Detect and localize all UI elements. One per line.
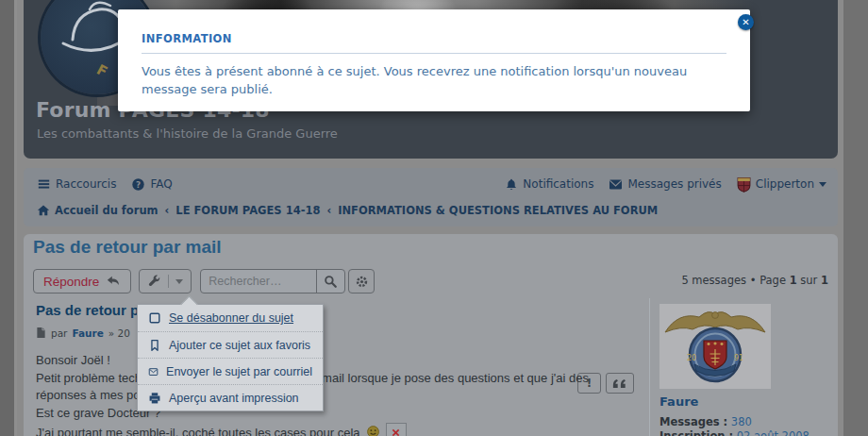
breadcrumb-separator: ‹: [165, 204, 170, 217]
menu-item-label: Aperçu avant impression: [169, 392, 299, 405]
post-author-profile: 20 91 Faure Messages : 380 Inscription :: [649, 298, 838, 436]
menu-item-email[interactable]: Envoyer le sujet par courriel: [138, 358, 323, 384]
breadcrumb-subforum[interactable]: INFORMATIONS & QUESTIONS RELATIVES AU FO…: [338, 204, 658, 217]
home-icon: [37, 204, 50, 217]
nav-row: Raccourcis ? FAQ Notifications: [37, 175, 826, 193]
topic-toolbar: Répondre: [33, 269, 375, 293]
menu-item-label: Se désabonner du sujet: [169, 311, 293, 325]
user-menu[interactable]: Clipperton: [737, 176, 826, 193]
nav-private-messages[interactable]: Messages privés: [609, 177, 721, 191]
author-avatar[interactable]: 20 91: [659, 304, 771, 389]
wrench-icon: [147, 275, 161, 289]
envelope-outline-icon: [148, 365, 159, 378]
menu-item-print-preview[interactable]: Aperçu avant impression: [138, 384, 323, 411]
page-word: Page: [760, 274, 786, 287]
joined-label: Inscription :: [659, 429, 733, 436]
joined-stat: Inscription : 02 août 2008: [659, 429, 810, 436]
breadcrumb-home-label: Accueil du forum: [55, 204, 159, 217]
user-menu-label: Clipperton: [756, 177, 814, 191]
hamburger-icon: [37, 177, 51, 191]
search-icon: [324, 275, 338, 289]
svg-text:20: 20: [687, 354, 696, 362]
nav-faq-label: FAQ: [150, 177, 172, 191]
dialog-divider: [142, 53, 726, 54]
post-body-line: Est ce grave Docteur ?: [36, 405, 640, 423]
dialog-message: Vous êtes à présent abonné à ce sujet. V…: [142, 62, 731, 98]
close-icon[interactable]: ✕: [738, 14, 754, 30]
bell-icon: [505, 177, 518, 192]
svg-text:91: 91: [734, 354, 743, 362]
page-current: 1: [790, 274, 797, 287]
joined-value: 02 août 2008: [737, 429, 810, 436]
smiley-icon: [366, 425, 380, 436]
nav-private-messages-label: Messages privés: [627, 177, 721, 191]
breadcrumb: Accueil du forum ‹ LE FORUM PAGES 14-18 …: [37, 202, 658, 219]
nav-shortcuts-label: Raccourcis: [56, 177, 116, 191]
post-author-line: par Faure » 20: [36, 327, 130, 339]
gear-icon: [355, 275, 369, 289]
envelope-icon: [609, 178, 623, 191]
information-dialog: ✕ INFORMATION Vous êtes à présent abonné…: [118, 9, 750, 111]
forum-page: F O Forum PAGES 14-18 Les combattants & …: [0, 0, 868, 436]
post-body-line: réponses à mes posts.: [36, 387, 640, 405]
menu-item-label: Envoyer le sujet par courriel: [166, 365, 312, 378]
reply-button[interactable]: Répondre: [33, 269, 131, 293]
caret-down-icon: [819, 182, 826, 187]
post-last-line-text: J'ai pourtant me semble-il, coché toutes…: [36, 425, 360, 436]
checkbox-icon: [148, 311, 161, 325]
navigation-bar: Raccourcis ? FAQ Notifications: [24, 168, 838, 226]
nav-faq[interactable]: ? FAQ: [131, 177, 172, 192]
post-by-word: par: [51, 327, 67, 339]
messages-stat: Messages : 380: [659, 415, 810, 429]
page-total[interactable]: 1: [821, 274, 828, 287]
topic-tools-button[interactable]: [139, 269, 192, 293]
question-circle-icon: ?: [131, 177, 145, 192]
breadcrumb-separator: ‹: [326, 204, 331, 217]
svg-text:?: ?: [136, 179, 141, 189]
search-button[interactable]: [316, 270, 344, 293]
button-divider: [168, 275, 169, 288]
pagination: 5 messages • Page 1 sur 1: [681, 274, 828, 287]
site-slogan: Les combattants & l'histoire de la Grand…: [37, 126, 338, 141]
messages-value[interactable]: 380: [731, 415, 752, 428]
page-of-word: sur: [800, 274, 817, 287]
author-stats: Messages : 380 Inscription : 02 août 200…: [659, 415, 810, 436]
reply-arrow-icon: [106, 275, 121, 288]
search-input[interactable]: [201, 270, 316, 293]
nav-notifications[interactable]: Notifications: [505, 177, 593, 192]
pagination-bullet: •: [750, 274, 757, 287]
broken-image-icon: [386, 423, 407, 436]
dialog-title: INFORMATION: [142, 32, 232, 45]
caret-down-icon: [175, 279, 183, 284]
menu-item-label: Ajouter ce sujet aux favoris: [169, 339, 310, 352]
post-body-line: J'ai pourtant me semble-il, coché toutes…: [36, 425, 640, 436]
post-body-line: Petit problème technique, je ne reçois p…: [36, 370, 640, 388]
message-count: 5 messages: [681, 274, 746, 287]
post-body: Bonsoir Joël ! Petit problème technique,…: [36, 352, 640, 436]
nav-shortcuts[interactable]: Raccourcis: [37, 177, 116, 191]
bookmark-icon: [148, 339, 161, 352]
post-content: Pas de retour par mail par Faure » 20 !: [36, 298, 640, 436]
nav-right: Notifications Messages privés Clipp: [505, 176, 826, 193]
menu-item-unsubscribe[interactable]: Se désabonner du sujet: [138, 305, 323, 331]
breadcrumb-forum[interactable]: LE FORUM PAGES 14-18: [175, 204, 320, 217]
author-username[interactable]: Faure: [659, 394, 698, 409]
post-date: » 20: [108, 327, 130, 339]
topic-title[interactable]: Pas de retour par mail: [33, 237, 222, 258]
topic-tools-menu: Se désabonner du sujet Ajouter ce sujet …: [137, 304, 324, 411]
breadcrumb-home[interactable]: Accueil du forum: [37, 204, 159, 217]
messages-label: Messages :: [659, 415, 727, 428]
post-author-link[interactable]: Faure: [72, 327, 103, 339]
nav-notifications-label: Notifications: [523, 177, 593, 191]
post-body-line: Bonsoir Joël !: [36, 352, 640, 370]
printer-icon: [148, 392, 161, 405]
topic-search: [200, 269, 345, 293]
menu-item-bookmark[interactable]: Ajouter ce sujet aux favoris: [138, 331, 323, 358]
user-avatar-mini: [737, 176, 751, 193]
page-icon: [36, 327, 46, 339]
reply-button-label: Répondre: [43, 275, 99, 289]
search-settings-button[interactable]: [348, 269, 375, 293]
